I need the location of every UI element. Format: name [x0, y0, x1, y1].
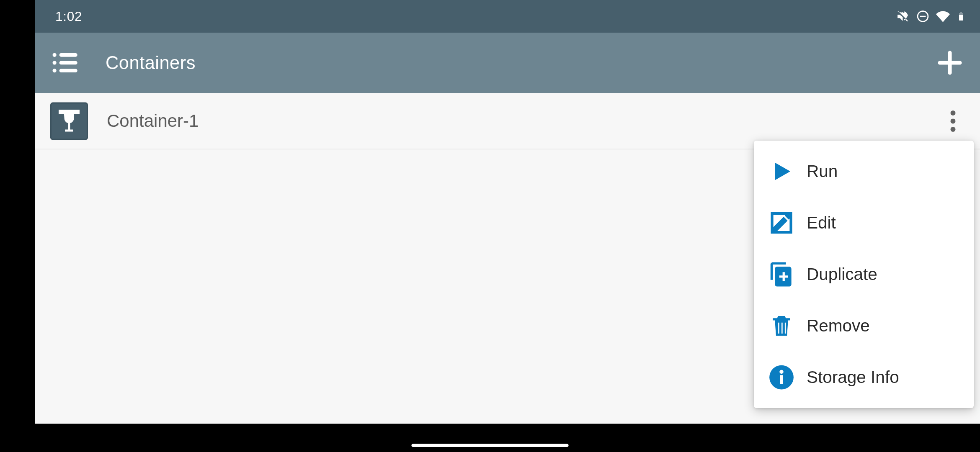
dot — [951, 126, 956, 131]
page-title: Containers — [106, 52, 196, 73]
menu-item-storage-info[interactable]: Storage Info — [754, 352, 974, 403]
svg-rect-5 — [59, 61, 77, 65]
status-right — [896, 10, 970, 23]
info-icon — [768, 364, 795, 391]
status-bar: 1:02 — [35, 0, 980, 33]
edit-icon — [768, 209, 795, 237]
more-button[interactable] — [937, 102, 969, 140]
dnd-icon — [916, 10, 930, 23]
add-button[interactable] — [927, 40, 972, 85]
menu-item-label: Run — [807, 162, 838, 181]
app-bar: Containers — [35, 33, 980, 93]
hamburger-icon — [51, 49, 80, 77]
svg-rect-7 — [59, 69, 77, 72]
hamburger-menu-button[interactable] — [43, 40, 88, 85]
svg-rect-3 — [59, 53, 77, 57]
menu-item-run[interactable]: Run — [754, 146, 974, 197]
nav-handle[interactable] — [412, 444, 569, 447]
menu-item-edit[interactable]: Edit — [754, 197, 974, 249]
plus-icon — [935, 48, 965, 78]
mute-icon — [896, 10, 910, 23]
dot — [951, 110, 956, 115]
trash-icon — [768, 312, 795, 340]
battery-icon — [956, 10, 970, 23]
duplicate-icon — [768, 261, 795, 288]
menu-item-label: Remove — [807, 316, 870, 336]
svg-rect-13 — [780, 375, 783, 384]
menu-item-label: Duplicate — [807, 265, 877, 284]
context-menu: Run Edit Duplicate Remove — [754, 141, 974, 408]
menu-item-remove[interactable]: Remove — [754, 300, 974, 352]
svg-point-14 — [779, 370, 783, 374]
wifi-icon — [936, 10, 950, 23]
menu-item-label: Storage Info — [807, 367, 899, 387]
menu-item-duplicate[interactable]: Duplicate — [754, 249, 974, 300]
status-time: 1:02 — [55, 9, 82, 24]
svg-point-4 — [53, 61, 57, 64]
play-icon — [768, 158, 795, 185]
dot — [951, 118, 956, 123]
svg-point-2 — [53, 53, 57, 57]
svg-point-6 — [53, 69, 57, 72]
wine-glass-icon — [50, 102, 88, 140]
menu-item-label: Edit — [807, 213, 836, 233]
list-item-label: Container-1 — [107, 111, 199, 131]
